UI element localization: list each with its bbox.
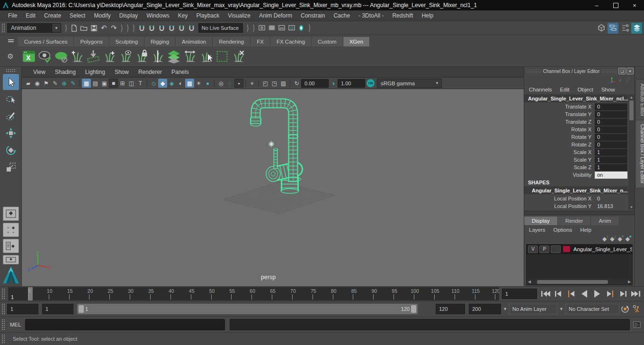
tool-settings-toggle[interactable] xyxy=(608,23,618,34)
scroll-down-icon[interactable]: ▼ xyxy=(630,204,634,210)
gear-icon[interactable]: ⚙ xyxy=(0,52,21,61)
snap-to-projected-center-icon[interactable] xyxy=(167,23,177,33)
layer-display-type-toggle[interactable] xyxy=(551,245,561,253)
layer-color-swatch[interactable] xyxy=(563,245,570,253)
make-live-icon[interactable] xyxy=(187,23,197,33)
anim-layer-dropdown[interactable]: No Anim Layer xyxy=(509,304,557,314)
redo-icon[interactable]: ↷ xyxy=(109,23,119,33)
play-forwards-button[interactable] xyxy=(591,289,603,299)
xgen-preview-off-icon[interactable] xyxy=(54,49,69,64)
close-button[interactable]: × xyxy=(625,0,644,10)
modeling-toolkit-toggle[interactable] xyxy=(596,23,607,34)
snap-to-grids-icon[interactable] xyxy=(137,23,147,33)
menu-item-playback[interactable]: Playback xyxy=(192,12,224,19)
paint-effects-icon[interactable] xyxy=(296,23,306,33)
panel-menu-show[interactable]: Show xyxy=(110,69,134,75)
snap-to-view-planes-icon[interactable] xyxy=(177,23,187,33)
panel-menu-lighting[interactable]: Lighting xyxy=(80,69,110,75)
xgen-lock-description-icon[interactable] xyxy=(134,49,149,64)
tab-attribute-editor[interactable]: Attribute Editor xyxy=(635,79,644,120)
playback-start-field[interactable]: 1 xyxy=(42,304,73,314)
scale-tool[interactable] xyxy=(3,159,19,175)
group-separator[interactable]: ⟩ xyxy=(121,23,123,33)
rotate-tool[interactable] xyxy=(3,142,19,158)
grid-icon[interactable]: ▦ xyxy=(82,79,91,88)
scrollbar-thumb[interactable] xyxy=(629,100,634,120)
channel-value[interactable]: 0 xyxy=(595,111,627,118)
xgen-export-patches-icon[interactable] xyxy=(86,49,101,64)
group-separator[interactable]: ⟩ xyxy=(308,23,311,33)
layer-row[interactable]: V P Angular_Single_Lever_Si xyxy=(527,245,632,254)
layer-editor-menu-options[interactable]: Options xyxy=(554,227,577,233)
motion-blur-icon[interactable]: ◌ xyxy=(225,79,234,88)
attribute-editor-toggle[interactable] xyxy=(619,23,630,34)
scrollbar-thumb[interactable] xyxy=(537,280,608,284)
menu-item-constrain[interactable]: Constrain xyxy=(296,12,329,19)
menu-item-cache[interactable]: Cache xyxy=(329,12,354,19)
lock-camera-icon[interactable]: ◉ xyxy=(33,79,42,88)
render-settings-icon[interactable] xyxy=(286,23,296,33)
script-editor-icon[interactable] xyxy=(632,319,642,330)
auto-keyframe-toggle[interactable] xyxy=(619,303,631,315)
object-name-row[interactable]: Angular_Single_Lever_Sink_Mixer_ncl... xyxy=(524,94,628,102)
menu-set-selector[interactable]: Animation ▼ xyxy=(7,23,61,33)
command-input[interactable] xyxy=(25,319,225,330)
render-view-icon[interactable] xyxy=(257,23,267,33)
channel-value[interactable]: 16.813 xyxy=(595,203,627,210)
range-slider-track[interactable]: 1 120 xyxy=(77,304,432,314)
shelf-tab-rendering[interactable]: Rendering xyxy=(213,37,250,46)
viewport-canvas[interactable]: y x z persp xyxy=(22,89,524,286)
scroll-right-icon[interactable]: ▶ xyxy=(626,280,632,284)
speed-state-icon[interactable]: ◐ xyxy=(619,77,623,83)
channel-value[interactable]: 0 xyxy=(595,103,627,110)
channel-value[interactable]: 1 xyxy=(595,156,627,163)
layer-playback-toggle[interactable]: P xyxy=(539,245,549,253)
panel-menu-panels[interactable]: Panels xyxy=(167,69,194,75)
range-end-handle[interactable] xyxy=(411,305,416,313)
occlusion-icon[interactable]: ◎ xyxy=(216,79,225,88)
menu-item-file[interactable]: File xyxy=(4,12,21,19)
shape-name-row[interactable]: Angular_Single_Lever_Sink_Mixer_n... xyxy=(524,186,628,194)
save-scene-icon[interactable] xyxy=(89,23,99,33)
channel-scrollbar[interactable]: ▲ ▼ xyxy=(628,94,635,210)
channel-value[interactable]: 0 xyxy=(595,141,627,148)
color-management-toggle[interactable]: ON xyxy=(367,79,375,87)
open-scene-icon[interactable] xyxy=(79,23,89,33)
time-slider-drag-handle[interactable] xyxy=(1,288,5,300)
grease-pencil-icon[interactable]: ✎ xyxy=(51,79,60,88)
channel-value[interactable]: 0 xyxy=(595,126,627,133)
xgen-select-description-icon[interactable] xyxy=(198,49,214,64)
range-start-handle[interactable] xyxy=(79,305,84,313)
safe-title-icon[interactable]: T xyxy=(136,79,145,88)
menu-item-key[interactable]: Key xyxy=(174,12,192,19)
step-forward-frame-button[interactable] xyxy=(604,289,616,299)
panel-menu-view[interactable]: View xyxy=(28,69,50,75)
channel-value[interactable]: 1 xyxy=(595,164,627,171)
layer-editor-tab-display[interactable]: Display xyxy=(524,217,558,225)
shelf-tab-custom[interactable]: Custom xyxy=(312,37,343,46)
group-separator[interactable]: ⟩ xyxy=(247,23,249,33)
status-line-drag-handle[interactable] xyxy=(1,23,5,33)
xgen-split-description-icon[interactable] xyxy=(150,49,165,64)
paint-select-tool[interactable] xyxy=(3,108,19,124)
current-time-field[interactable]: 1 xyxy=(502,289,537,299)
new-scene-icon[interactable] xyxy=(69,23,79,33)
channel-box-menu-object[interactable]: Object xyxy=(577,87,597,92)
move-layer-down-icon[interactable]: ◆↓ xyxy=(610,236,614,242)
animation-end-field[interactable]: 200 xyxy=(469,304,501,314)
xgen-delete-description-icon[interactable] xyxy=(231,49,246,64)
menu-item-create[interactable]: Create xyxy=(40,12,65,19)
playback-end-field[interactable]: 120 xyxy=(436,304,465,314)
new-empty-layer-icon[interactable]: ◆+ xyxy=(618,236,622,242)
layout-outliner-persp-button[interactable] xyxy=(3,239,19,253)
group-separator[interactable]: ⟩ xyxy=(252,23,255,33)
lasso-select-tool[interactable] xyxy=(3,91,19,107)
panel-menu-renderer[interactable]: Renderer xyxy=(134,69,167,75)
ipr-render-icon[interactable]: IPR xyxy=(277,23,286,33)
shaded-icon[interactable]: ◆ xyxy=(158,79,167,88)
textured-checker-icon[interactable]: ▩ xyxy=(185,79,194,88)
channel-box-menu-edit[interactable]: Edit xyxy=(560,87,574,92)
minimize-button[interactable]: – xyxy=(587,0,606,10)
channel-value[interactable]: 0 xyxy=(595,195,627,202)
command-line-drag-handle[interactable] xyxy=(1,319,5,330)
